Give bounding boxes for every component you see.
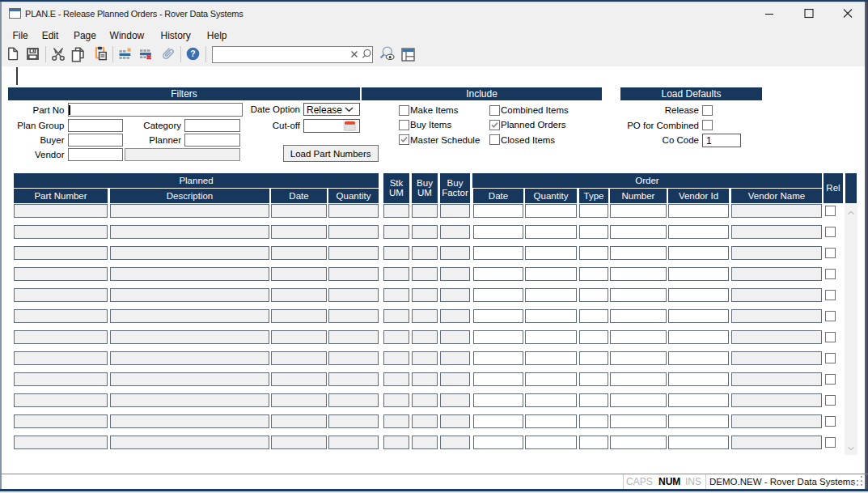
svg-text:?: ?: [190, 49, 195, 58]
